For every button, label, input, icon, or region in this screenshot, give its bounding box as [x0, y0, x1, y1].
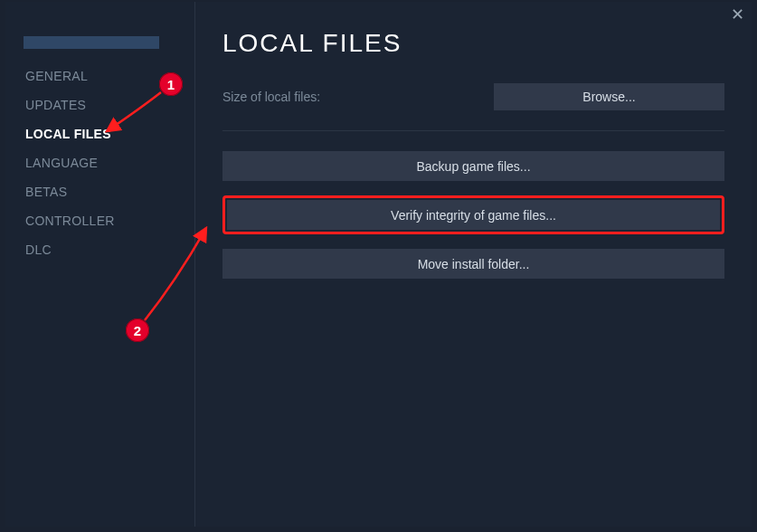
sidebar-item-dlc[interactable]: DLC	[5, 235, 194, 264]
sidebar-item-controller[interactable]: CONTROLLER	[5, 206, 194, 235]
annotation-badge-2: 2	[126, 318, 149, 342]
annotation-highlight: Verify integrity of game files...	[222, 195, 724, 234]
size-row: Size of local files: Browse...	[222, 83, 724, 110]
backup-button[interactable]: Backup game files...	[222, 151, 724, 181]
size-value	[327, 90, 391, 103]
divider	[222, 130, 724, 131]
browse-button[interactable]: Browse...	[494, 83, 724, 110]
size-label: Size of local files:	[222, 90, 320, 104]
move-folder-button[interactable]: Move install folder...	[222, 249, 724, 279]
page-title: LOCAL FILES	[222, 29, 724, 58]
properties-window: ✕ GENERAL UPDATES LOCAL FILES LANGUAGE B…	[5, 2, 752, 527]
sidebar-item-local-files[interactable]: LOCAL FILES	[5, 119, 194, 148]
annotation-badge-1: 1	[159, 72, 183, 96]
verify-integrity-button[interactable]: Verify integrity of game files...	[227, 200, 720, 230]
sidebar-item-betas[interactable]: BETAS	[5, 177, 194, 206]
close-icon[interactable]: ✕	[730, 7, 744, 22]
sidebar-header-bar	[24, 36, 159, 49]
sidebar-item-language[interactable]: LANGUAGE	[5, 148, 194, 177]
main-panel: LOCAL FILES Size of local files: Browse.…	[195, 2, 752, 527]
